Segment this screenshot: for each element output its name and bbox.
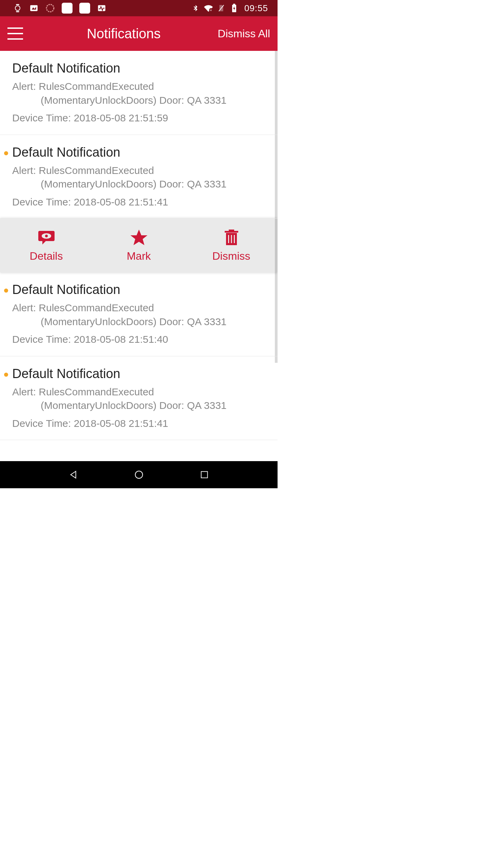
svg-rect-21 (201, 472, 207, 478)
notification-time: Device Time: 2018-05-08 21:51:59 (12, 111, 265, 125)
page-title: Notifications (30, 26, 218, 41)
notifications-list[interactable]: Default Notification Alert: RulesCommand… (0, 51, 278, 461)
svg-marker-19 (70, 471, 76, 478)
notification-alert-line2: (MomentaryUnlockDoors) Door: QA 3331 (12, 315, 265, 329)
back-button[interactable] (67, 469, 80, 481)
dismiss-label: Dismiss (212, 250, 250, 262)
activity-icon (97, 3, 106, 13)
notification-time: Device Time: 2018-05-08 21:51:40 (12, 333, 265, 347)
notification-time: Device Time: 2018-05-08 21:51:41 (12, 417, 265, 431)
app2-icon (79, 3, 90, 14)
app-bar: Notifications Dismiss All (0, 16, 278, 51)
eye-chat-icon (38, 229, 55, 246)
recents-button[interactable] (198, 469, 210, 481)
notification-title: Default Notification (12, 282, 265, 297)
notification-title: Default Notification (12, 145, 265, 160)
svg-point-2 (46, 4, 54, 12)
svg-text:✕: ✕ (210, 9, 212, 12)
status-left (13, 3, 106, 14)
notification-alert-line1: Alert: RulesCommandExecuted (12, 301, 265, 315)
notification-alert-line1: Alert: RulesCommandExecuted (12, 164, 265, 178)
notification-alert-line1: Alert: RulesCommandExecuted (12, 80, 265, 94)
svg-rect-14 (225, 231, 238, 233)
notification-alert-line2: (MomentaryUnlockDoors) Door: QA 3331 (12, 94, 265, 107)
wifi-off-icon: ✕ (204, 3, 213, 13)
svg-rect-16 (228, 235, 229, 243)
svg-rect-8 (233, 4, 235, 5)
bluetooth-icon (191, 3, 200, 13)
status-right: ✕ 09:55 (191, 3, 268, 14)
notification-item[interactable]: Default Notification Alert: RulesCommand… (0, 272, 278, 356)
status-bar: ✕ 09:55 (0, 0, 278, 16)
svg-point-20 (135, 471, 143, 478)
notification-title: Default Notification (12, 61, 265, 76)
svg-point-11 (45, 235, 48, 237)
notification-alert-line2: (MomentaryUnlockDoors) Door: QA 3331 (12, 399, 265, 413)
watch-icon (13, 3, 22, 13)
menu-button[interactable] (7, 27, 23, 40)
svg-rect-17 (231, 235, 232, 243)
dismiss-all-button[interactable]: Dismiss All (218, 27, 270, 40)
star-icon (130, 229, 148, 246)
home-button[interactable] (133, 469, 145, 481)
svg-marker-12 (130, 230, 147, 245)
notification-alert-line2: (MomentaryUnlockDoors) Door: QA 3331 (12, 177, 265, 191)
unread-dot-icon (4, 373, 8, 377)
details-label: Details (30, 250, 63, 262)
unread-dot-icon (4, 289, 8, 293)
battery-charging-icon (229, 3, 239, 13)
notification-item[interactable]: Default Notification Alert: RulesCommand… (0, 51, 278, 135)
notification-time: Device Time: 2018-05-08 21:51:41 (12, 195, 265, 209)
app1-icon (62, 3, 73, 14)
notification-action-bar: Details Mark Dismiss (0, 219, 278, 272)
details-button[interactable]: Details (0, 219, 93, 272)
mark-button[interactable]: Mark (93, 219, 185, 272)
dismiss-button[interactable]: Dismiss (185, 219, 278, 272)
status-time: 09:55 (244, 3, 268, 14)
notification-item[interactable]: Default Notification Alert: RulesCommand… (0, 135, 278, 219)
mark-label: Mark (127, 250, 151, 262)
loading-icon (45, 3, 55, 13)
notification-title: Default Notification (12, 367, 265, 381)
notification-item[interactable]: Default Notification Alert: RulesCommand… (0, 356, 278, 440)
no-sim-icon (217, 3, 226, 13)
svg-rect-18 (234, 235, 235, 243)
unread-dot-icon (4, 151, 8, 155)
image-icon (29, 3, 39, 13)
svg-rect-15 (229, 230, 234, 231)
notification-alert-line1: Alert: RulesCommandExecuted (12, 385, 265, 399)
android-nav-bar (0, 461, 278, 488)
trash-icon (223, 229, 240, 246)
